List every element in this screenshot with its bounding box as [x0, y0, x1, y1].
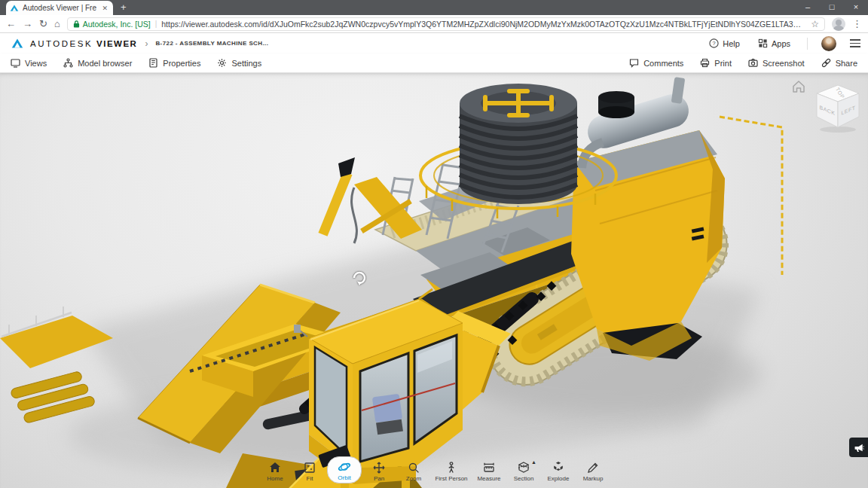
- section-icon: [517, 461, 530, 474]
- tool-pan-label: Pan: [374, 475, 384, 482]
- tool-home-label: Home: [267, 475, 283, 482]
- hamburger-menu-icon[interactable]: [850, 39, 860, 47]
- tool-zoom[interactable]: Zoom: [396, 458, 431, 483]
- tool-explode[interactable]: Explode: [541, 458, 576, 483]
- app-header: AUTODESK VIEWER › B-722 - ASSEMBLY MACHI…: [0, 33, 868, 53]
- comments-button[interactable]: Comments: [629, 58, 683, 68]
- lock-icon: [73, 20, 80, 28]
- model-browser-icon: [63, 58, 73, 68]
- properties-icon: [148, 58, 158, 68]
- print-label: Print: [714, 59, 732, 68]
- browser-profile-avatar[interactable]: [832, 17, 845, 31]
- window-close-icon[interactable]: ×: [844, 0, 868, 15]
- settings-label: Settings: [231, 59, 261, 68]
- screenshot-button[interactable]: Screenshot: [748, 58, 805, 68]
- comments-label: Comments: [643, 59, 683, 68]
- svg-text:?: ?: [713, 40, 716, 47]
- tool-home[interactable]: Home: [258, 458, 292, 483]
- share-label: Share: [836, 59, 857, 68]
- tool-explode-label: Explode: [548, 475, 570, 482]
- model-browser-label: Model browser: [78, 59, 132, 68]
- url-text[interactable]: https://viewer.autodesk.com/id/dXJuOmFkc…: [161, 20, 806, 29]
- tool-zoom-label: Zoom: [406, 475, 421, 482]
- share-button[interactable]: Share: [821, 58, 857, 68]
- tool-orbit-label: Orbit: [338, 474, 350, 481]
- browser-home-icon[interactable]: ⌂: [54, 19, 60, 29]
- tool-measure-label: Measure: [477, 475, 500, 482]
- window-maximize-icon[interactable]: □: [820, 0, 844, 15]
- apps-label: Apps: [772, 39, 790, 48]
- properties-label: Properties: [163, 59, 200, 68]
- tool-markup[interactable]: Markup: [576, 458, 610, 483]
- browser-titlebar: Autodesk Viewer | Free Online F... ✕ + –…: [0, 0, 868, 15]
- help-icon: ?: [709, 38, 719, 48]
- print-button[interactable]: Print: [700, 58, 732, 68]
- viewer-toolbar: Views Model browser Properties Settings …: [0, 53, 868, 73]
- tab-title: Autodesk Viewer | Free Online F...: [23, 4, 96, 12]
- security-chip[interactable]: Autodesk, Inc. [US]: [73, 20, 151, 29]
- fit-icon: [303, 461, 316, 474]
- window-minimize-icon[interactable]: –: [796, 0, 820, 15]
- bookmark-star-icon[interactable]: ☆: [811, 19, 819, 29]
- browser-menu-icon[interactable]: ⋮: [852, 18, 862, 29]
- views-label: Views: [25, 59, 47, 68]
- first-person-icon: [445, 461, 458, 474]
- apps-button[interactable]: Apps: [758, 38, 790, 48]
- tool-section-label: Section: [514, 475, 534, 482]
- autodesk-favicon: [10, 4, 19, 13]
- autodesk-logo-icon: [11, 38, 24, 50]
- browser-tab[interactable]: Autodesk Viewer | Free Online F... ✕: [6, 1, 113, 15]
- screenshot-label: Screenshot: [763, 59, 805, 68]
- brand-viewer: VIEWER: [96, 39, 137, 48]
- brand-wordmark[interactable]: AUTODESK VIEWER: [30, 39, 137, 48]
- home-icon: [268, 461, 282, 474]
- viewcube[interactable]: TOP BACK LEFT: [811, 84, 865, 133]
- security-label: Autodesk, Inc. [US]: [83, 20, 151, 29]
- tool-first-person-label: First Person: [435, 475, 467, 482]
- tool-fit-label: Fit: [307, 475, 313, 482]
- viewer-canvas[interactable]: TOP BACK LEFT Home Fit Orbit: [0, 73, 868, 488]
- orbit-icon: [338, 460, 351, 474]
- properties-button[interactable]: Properties: [148, 58, 200, 68]
- pan-icon: [372, 461, 386, 474]
- tool-fit[interactable]: Fit: [292, 458, 327, 483]
- navigation-toolbar: Home Fit Orbit Pan: [258, 456, 610, 483]
- share-link-icon: [821, 58, 831, 68]
- window-controls: – □ ×: [796, 0, 868, 15]
- comments-icon: [629, 58, 639, 68]
- tool-measure[interactable]: Measure: [472, 458, 506, 483]
- tool-orbit[interactable]: Orbit: [327, 456, 362, 483]
- tool-section[interactable]: ▲ Section: [506, 458, 541, 483]
- omnibox-divider: |: [155, 20, 157, 28]
- megaphone-icon: [854, 443, 864, 453]
- new-tab-button[interactable]: +: [121, 2, 127, 13]
- markup-pencil-icon: [586, 461, 600, 474]
- viewcube-home-icon[interactable]: [791, 79, 806, 94]
- document-title[interactable]: B-722 - ASSEMBLY MACHINE SCH...: [155, 40, 268, 47]
- settings-gear-icon: [217, 58, 227, 68]
- explode-icon: [552, 461, 565, 474]
- model-browser-button[interactable]: Model browser: [63, 58, 132, 68]
- model-3d-machine[interactable]: [0, 73, 868, 488]
- forward-icon[interactable]: →: [23, 19, 32, 29]
- back-icon[interactable]: ←: [6, 19, 16, 29]
- settings-button[interactable]: Settings: [217, 58, 261, 68]
- reload-icon[interactable]: ↻: [39, 19, 47, 29]
- tool-markup-label: Markup: [583, 475, 604, 482]
- orbit-cursor-icon: [350, 267, 369, 287]
- apps-grid-icon: [758, 38, 768, 48]
- user-avatar[interactable]: [821, 36, 836, 51]
- screenshot-camera-icon: [748, 58, 758, 68]
- browser-urlbar: ← → ↻ ⌂ Autodesk, Inc. [US] | https://vi…: [0, 15, 868, 33]
- tool-pan[interactable]: Pan: [362, 458, 396, 483]
- breadcrumb-chevron-icon: ›: [145, 38, 148, 49]
- section-badge-icon: ▲: [531, 459, 536, 465]
- measure-icon: [482, 461, 496, 474]
- views-button[interactable]: Views: [11, 58, 47, 68]
- address-bar[interactable]: Autodesk, Inc. [US] | https://viewer.aut…: [67, 17, 825, 31]
- feedback-button[interactable]: [849, 438, 868, 457]
- zoom-icon: [407, 461, 420, 474]
- tab-close-icon[interactable]: ✕: [100, 5, 109, 12]
- help-button[interactable]: ? Help: [709, 38, 740, 48]
- tool-first-person[interactable]: First Person: [431, 458, 472, 483]
